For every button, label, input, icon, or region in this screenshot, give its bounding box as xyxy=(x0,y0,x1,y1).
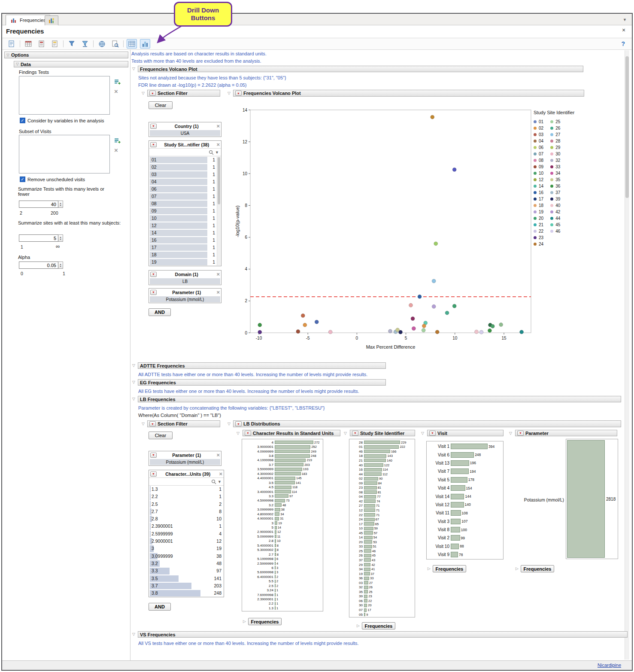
collapse-icon[interactable]: ▽ xyxy=(6,53,9,57)
hist-bar[interactable] xyxy=(364,468,382,471)
legend-item[interactable]: 45 xyxy=(550,222,560,228)
hist-bar[interactable] xyxy=(451,485,465,491)
hist-bar[interactable] xyxy=(364,441,400,444)
legend-item[interactable]: 10 xyxy=(534,170,543,176)
scatter-point[interactable] xyxy=(296,330,300,334)
legend-item[interactable]: 26 xyxy=(550,125,560,131)
scatter-point[interactable] xyxy=(479,330,483,334)
filter-item[interactable]: 011 xyxy=(149,156,221,164)
hist-bar[interactable] xyxy=(451,477,467,483)
scatter-point[interactable] xyxy=(328,330,332,334)
filter-item[interactable]: 191 xyxy=(149,258,221,266)
collapse-icon[interactable]: ▽ xyxy=(132,364,135,368)
hist-bar[interactable] xyxy=(364,454,386,458)
filter-item[interactable]: 2.810 xyxy=(149,515,224,523)
lb-distributions-header[interactable]: ▼ LB Distributions xyxy=(233,420,621,427)
filter-item[interactable]: 171 xyxy=(149,244,221,251)
hist-bar[interactable] xyxy=(451,460,469,466)
legend-item[interactable]: 01 xyxy=(534,119,543,125)
scatter-point[interactable] xyxy=(409,303,413,307)
collapse-icon[interactable]: ▽ xyxy=(509,432,512,435)
filter-item[interactable]: 3.7203 xyxy=(149,582,224,590)
legend-item[interactable]: 23 xyxy=(534,234,543,241)
legend-item[interactable]: 24 xyxy=(534,241,543,247)
close-icon[interactable]: × xyxy=(216,290,220,295)
distribution-drilldown-icon[interactable] xyxy=(140,39,150,49)
close-icon[interactable]: × xyxy=(622,27,625,33)
filter-item[interactable]: 021 xyxy=(149,164,221,171)
collapse-icon[interactable]: ▽ xyxy=(228,91,231,95)
spinner[interactable]: ▴▾ xyxy=(58,262,63,269)
hist-bar[interactable] xyxy=(364,577,369,580)
hist-bar[interactable] xyxy=(451,494,464,499)
legend-item[interactable]: 22 xyxy=(534,228,543,234)
scatter-point[interactable] xyxy=(258,323,262,327)
hist-bar[interactable] xyxy=(364,581,368,584)
legend-item[interactable]: 37 xyxy=(550,189,560,196)
hist-bar[interactable] xyxy=(364,558,371,562)
legend-item[interactable]: 32 xyxy=(550,157,560,164)
hist-bar[interactable] xyxy=(275,512,279,516)
legend-item[interactable]: 21 xyxy=(534,222,543,228)
expand-icon[interactable]: ▷ xyxy=(516,567,519,571)
scatter-point[interactable] xyxy=(520,330,524,334)
hist-bar[interactable] xyxy=(364,495,376,499)
legend-item[interactable]: 14 xyxy=(534,183,543,189)
hist-bar[interactable] xyxy=(364,563,370,566)
hist-bar[interactable] xyxy=(451,535,460,541)
globe-icon[interactable] xyxy=(97,39,107,49)
consider-checkbox[interactable]: ✓ xyxy=(20,118,25,123)
frequencies-button-char[interactable]: Frequencies xyxy=(248,618,282,625)
lb-and-button[interactable]: AND xyxy=(149,603,171,611)
expand-icon[interactable]: ▷ xyxy=(243,620,246,623)
tab-frequencies[interactable]: Frequencies xyxy=(6,15,50,25)
spinner[interactable]: ▴▾ xyxy=(58,201,63,208)
scrollbar-thumb[interactable] xyxy=(625,56,629,198)
filter-item[interactable]: 081 xyxy=(149,200,221,207)
help-icon[interactable]: ? xyxy=(621,40,625,47)
filter-item[interactable]: 2.78 xyxy=(149,508,224,515)
hist-bar[interactable] xyxy=(275,517,279,520)
hist-bar[interactable] xyxy=(451,452,474,458)
scatter-point[interactable] xyxy=(388,329,392,333)
hist-bar[interactable] xyxy=(451,519,461,524)
volcano-plot-header[interactable]: ▼ Frequencies Volcano Plot xyxy=(233,90,584,97)
legend-item[interactable]: 25 xyxy=(550,119,560,125)
hist-bar[interactable] xyxy=(364,518,375,521)
legend-item[interactable]: 16 xyxy=(534,189,543,196)
hist-bar[interactable] xyxy=(364,545,372,548)
legend-item[interactable]: 27 xyxy=(550,131,560,138)
hist-bar[interactable] xyxy=(364,504,375,508)
legend-item[interactable]: 46 xyxy=(550,228,560,234)
red-triangle-menu-icon[interactable]: ▼ xyxy=(150,453,157,458)
alpha-input[interactable] xyxy=(19,262,58,269)
hist-bar[interactable] xyxy=(364,522,374,526)
legend-item[interactable]: 02 xyxy=(534,125,543,131)
close-icon[interactable]: × xyxy=(216,453,220,457)
legend-item[interactable]: 08 xyxy=(534,157,543,164)
options-section-header[interactable]: ▽ Options xyxy=(4,52,128,58)
hist-bar[interactable] xyxy=(567,440,605,558)
collapse-icon[interactable]: ▽ xyxy=(132,397,135,401)
hist-bar[interactable] xyxy=(275,499,285,502)
scatter-point[interactable] xyxy=(418,295,422,298)
hist-bar[interactable] xyxy=(275,486,291,489)
filter-item[interactable]: 2.39000011 xyxy=(149,523,224,530)
close-icon[interactable]: × xyxy=(216,142,220,147)
expand-icon[interactable]: ▷ xyxy=(357,624,360,628)
vs-section-header[interactable]: VS Frequencies xyxy=(138,631,628,638)
red-triangle-menu-icon[interactable]: ▼ xyxy=(517,431,524,436)
lb-parameter-filter-value[interactable]: Potassium (mmol/L) xyxy=(150,459,220,465)
lb-clear-filter-button[interactable]: Clear xyxy=(149,432,173,439)
collapse-icon[interactable]: ▽ xyxy=(132,632,135,636)
scatter-point[interactable] xyxy=(452,304,456,308)
hist-bar[interactable] xyxy=(451,444,488,449)
filter-item[interactable]: 181 xyxy=(149,251,221,258)
hist-bar[interactable] xyxy=(451,502,464,508)
hist-bar[interactable] xyxy=(364,549,371,553)
red-triangle-menu-icon[interactable]: ▼ xyxy=(245,431,251,436)
scatter-point[interactable] xyxy=(431,115,434,119)
hist-bar[interactable] xyxy=(364,445,399,449)
scatter-point[interactable] xyxy=(258,330,262,334)
legend-item[interactable]: 33 xyxy=(550,164,560,170)
